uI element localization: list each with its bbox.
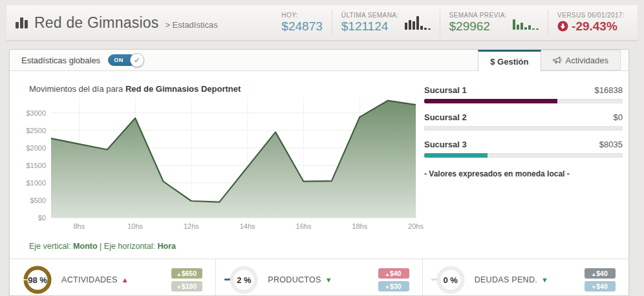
chart-title-prefix: Movimientos del día para (29, 84, 123, 94)
tab-bar: $ Gestión Actividades (478, 50, 628, 70)
arrow-up-icon: ▴ (178, 271, 180, 277)
svg-text:10hs: 10hs (127, 222, 143, 230)
badge-up: ▴$40 (378, 268, 409, 279)
kpi-productos-badges: ▴$40 ▾$30 (378, 268, 409, 291)
kpi-productos-label: PRODUCTOS (268, 275, 321, 284)
kpi-productos: 2 % PRODUCTOS ▼ ▴$40 ▾$30 (216, 259, 422, 296)
svg-text:$0: $0 (38, 214, 46, 222)
kpi-actividades: 98 % ACTIVIDADES ▲ ▴$650 ▾$100 (10, 259, 216, 296)
badge-up-value: $40 (390, 270, 402, 277)
sucursal-3-bar-track (424, 153, 623, 158)
badge-down-value: $40 (596, 282, 608, 290)
kpi-productos-percent: 2 % (229, 265, 259, 295)
kpi-actividades-gauge: 98 % (23, 265, 52, 295)
main-card: Estadísticas globales ON ✓ $ Gestión Act… (9, 49, 629, 296)
badge-down: ▾$100 (171, 281, 202, 291)
megaphone-icon (553, 56, 562, 64)
bar-chart-dark-icon (405, 16, 431, 30)
app-title: Red de Gimnasios (34, 14, 158, 32)
stat-versus-value: -29.43% (572, 19, 617, 34)
trend-down-icon: ▼ (541, 277, 548, 284)
kpi-actividades-badges: ▴$650 ▾$100 (171, 268, 202, 291)
stat-hoy-value: $24873 (281, 19, 322, 34)
stat-hoy-label: HOY: (281, 12, 322, 19)
bar-chart-green-icon (513, 16, 539, 30)
area-chart: $0$500$1000$1500$2000$2500$30008hs10hs12… (21, 96, 435, 233)
sucursal-2-value: $0 (614, 112, 623, 122)
arrow-down-icon: ▾ (592, 284, 595, 290)
axis-note-horizontal-label: Eje horizontal: (104, 242, 155, 251)
kpi-deudas-label: DEUDAS PEND. (475, 275, 537, 284)
toggle-knob[interactable]: ✓ (130, 53, 144, 67)
badge-down-value: $30 (390, 282, 402, 290)
arrow-down-icon: ▾ (178, 284, 180, 290)
badge-up-value: $650 (182, 270, 197, 277)
sucursal-1-bar-fill (424, 99, 557, 103)
stat-versus-label: VERSUS 06/01/2017: (557, 12, 625, 19)
svg-text:12hs: 12hs (184, 222, 199, 230)
axis-note-separator: | (100, 242, 102, 251)
sucursal-2-name: Sucursal 2 (424, 112, 467, 122)
svg-text:18hs: 18hs (352, 222, 367, 230)
arrow-up-icon: ▴ (592, 271, 595, 277)
global-stats-label: Estadísticas globales (21, 56, 100, 65)
stat-semana-previa: SEMANA PREVIA: $29962 (440, 10, 548, 35)
kpi-deudas-gauge: 0 % (436, 265, 466, 295)
tab-gestion[interactable]: $ Gestión (478, 50, 541, 71)
svg-text:$2000: $2000 (26, 144, 46, 152)
global-stats-toggle[interactable]: ON ✓ (108, 53, 144, 67)
sucursal-row-2: Sucursal 2 $0 (424, 112, 623, 131)
sucursal-row-1: Sucursal 1 $16838 (424, 85, 623, 103)
kpi-deudas: 0 % DEUDAS PEND. ▼ ▴$40 ▾$40 (423, 259, 628, 296)
trend-up-icon: ▲ (122, 277, 129, 284)
check-icon: ✓ (134, 56, 140, 65)
axis-note: Eje vertical: Monto | Eje horizontal: Ho… (29, 242, 176, 251)
stat-ultima-semana: ÚLTIMA SEMANA: $121124 (332, 10, 440, 35)
circle-arrow-down-icon (557, 21, 568, 32)
tab-gestion-label: $ Gestión (490, 57, 528, 67)
kpi-row: 98 % ACTIVIDADES ▲ ▴$650 ▾$100 2 % PRODU… (10, 259, 628, 296)
badge-down: ▾$30 (378, 281, 409, 291)
kpi-actividades-percent: 98 % (23, 265, 52, 295)
svg-text:16hs: 16hs (296, 222, 312, 230)
badge-up: ▴$650 (171, 268, 202, 279)
sucursal-3-name: Sucursal 3 (424, 140, 467, 149)
kpi-productos-gauge: 2 % (229, 265, 259, 295)
top-header: Red de Gimnasios > Estadísticas HOY: $24… (6, 5, 638, 41)
badge-up-value: $40 (596, 270, 608, 277)
currency-note: - Valores expresados en moneda local - (424, 169, 623, 178)
trend-down-icon: ▼ (325, 277, 332, 284)
header-stats: HOY: $24873 ÚLTIMA SEMANA: $121124 SEMAN… (272, 5, 638, 40)
svg-text:20hs: 20hs (408, 222, 424, 230)
svg-text:14hs: 14hs (240, 222, 255, 230)
chart-title: Movimientos del día para Red de Gimnasio… (29, 84, 241, 94)
stat-semana-previa-label: SEMANA PREVIA: (449, 12, 508, 19)
stat-versus: VERSUS 06/01/2017: -29.43% (548, 10, 634, 35)
sucursal-3-value: $8035 (599, 140, 623, 149)
axis-note-horizontal-value: Hora (158, 242, 176, 251)
sucursal-row-3: Sucursal 3 $8035 (424, 140, 623, 158)
badge-down: ▾$40 (585, 281, 616, 291)
svg-text:$1500: $1500 (26, 162, 46, 169)
toolbar: Estadísticas globales ON ✓ $ Gestión Act… (10, 50, 628, 71)
badge-down-value: $100 (182, 282, 197, 290)
app-logo: Red de Gimnasios > Estadísticas (6, 14, 218, 32)
sucursal-1-value: $16838 (595, 85, 623, 95)
sucursal-1-bar-track (424, 99, 623, 103)
tab-actividades[interactable]: Actividades (541, 50, 621, 70)
arrow-down-icon: ▾ (386, 284, 389, 290)
tab-actividades-label: Actividades (566, 56, 608, 65)
badge-up: ▴$40 (585, 268, 616, 279)
kpi-actividades-label-row: ACTIVIDADES ▲ (61, 275, 129, 284)
stat-ultima-semana-label: ÚLTIMA SEMANA: (341, 12, 399, 19)
chart-title-entity: Red de Gimnasios Deportnet (125, 84, 241, 94)
svg-text:$3000: $3000 (26, 109, 46, 117)
kpi-deudas-badges: ▴$40 ▾$40 (585, 268, 616, 291)
svg-text:$1000: $1000 (26, 179, 46, 187)
sucursal-1-name: Sucursal 1 (424, 85, 467, 95)
sucursales-panel: Sucursal 1 $16838 Sucursal 2 $0 Sucurs (424, 85, 623, 178)
axis-note-vertical-value: Monto (73, 242, 97, 251)
breadcrumb: > Estadísticas (165, 16, 217, 30)
arrow-up-icon: ▴ (386, 271, 389, 277)
stat-hoy: HOY: $24873 (272, 10, 331, 35)
